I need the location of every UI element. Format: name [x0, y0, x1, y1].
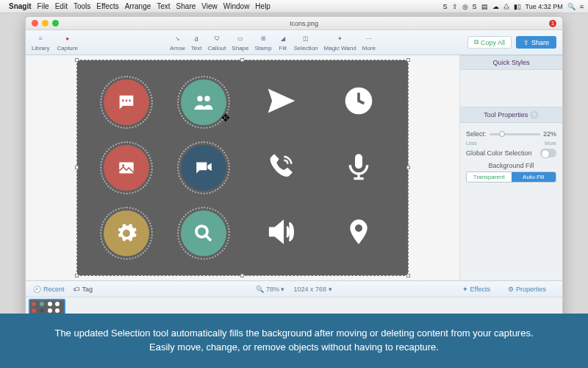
svg-point-1 — [125, 99, 127, 102]
svg-point-5 — [345, 87, 373, 114]
menu-arrange[interactable]: Arrange — [125, 2, 151, 10]
properties-button[interactable]: ⚙Properties — [508, 286, 546, 293]
menubar-tray: S ⇪ ◎ S ▤ ☁ ⧋ ▮▯ Tue 4:32 PM 🔍 ≡ — [443, 2, 584, 10]
fill-icon: ◢ — [278, 34, 288, 44]
svg-rect-6 — [119, 162, 134, 173]
seg-transparent[interactable]: Transparent — [467, 172, 512, 182]
tray-icon[interactable]: ◎ — [462, 3, 468, 10]
menu-text[interactable]: Text — [157, 2, 170, 10]
search-icon — [181, 210, 226, 256]
help-icon[interactable]: ? — [530, 110, 539, 119]
notifications-icon[interactable]: ≡ — [580, 3, 584, 10]
video-chat-icon — [181, 145, 226, 191]
svg-rect-8 — [355, 154, 362, 169]
resize-handle[interactable] — [406, 58, 410, 62]
resize-handle[interactable] — [240, 274, 244, 277]
close-window-button[interactable] — [32, 20, 38, 26]
global-color-toggle[interactable] — [540, 149, 556, 158]
editor-footer: 🕘Recent 🏷Tag 🔍 78% ▾ 1024 x 768 ▾ ✦Effec… — [26, 280, 562, 297]
seg-autofill[interactable]: Auto-Fill — [512, 172, 556, 182]
global-color-label: Global Color Selection — [466, 149, 532, 157]
tray-icon[interactable]: ⇪ — [452, 3, 458, 10]
svg-point-0 — [122, 99, 124, 102]
menu-edit[interactable]: Edit — [55, 2, 68, 10]
menu-help[interactable]: Help — [255, 2, 270, 10]
tag-button[interactable]: 🏷Tag — [74, 286, 93, 293]
recent-icon: 🕘 — [33, 286, 41, 293]
shape-icon: ▭ — [235, 34, 245, 44]
promo-banner: The updated Selection tool automatically… — [0, 314, 588, 368]
callout-icon: 🗨 — [212, 34, 222, 44]
menu-share[interactable]: Share — [176, 2, 196, 10]
maximize-window-button[interactable] — [52, 20, 59, 26]
canvas-area[interactable]: ✥ — [26, 55, 459, 280]
chat-icon — [104, 79, 149, 125]
resize-handle[interactable] — [406, 166, 410, 169]
notification-badge[interactable]: 1 — [549, 20, 556, 27]
tool-text[interactable]: aText — [191, 34, 202, 52]
text-icon: a — [191, 34, 201, 44]
tool-arrow[interactable]: ↘Arrow — [170, 34, 185, 52]
library-button[interactable]: ≡ Library — [32, 34, 49, 52]
battery-icon[interactable]: ▮▯ — [514, 3, 521, 10]
tool-magic-wand[interactable]: ✦Magic Wand — [324, 34, 356, 52]
effects-button[interactable]: ✦Effects — [462, 286, 490, 293]
stamp-icon: ⊞ — [258, 34, 268, 44]
canvas-image[interactable]: ✥ — [77, 60, 408, 275]
menu-file[interactable]: File — [37, 2, 49, 10]
menu-effects[interactable]: Effects — [96, 2, 118, 10]
copy-icon: ⧉ — [474, 38, 478, 46]
desktop: Icons.png 1 ≡ Library ● Capture ↘Arrow a… — [0, 13, 588, 368]
resize-handle[interactable] — [75, 166, 79, 169]
tray-icon[interactable]: S — [443, 3, 448, 10]
menu-view[interactable]: View — [201, 2, 218, 10]
tool-shape[interactable]: ▭Shape — [232, 34, 248, 52]
share-icon: ⇧ — [523, 39, 529, 46]
menubar-app-name[interactable]: Snagit — [9, 2, 32, 10]
banner-text: The updated Selection tool automatically… — [44, 327, 544, 355]
tool-fill[interactable]: ◢Fill — [278, 34, 288, 52]
image-icon — [104, 145, 149, 191]
users-icon — [181, 79, 226, 125]
share-button[interactable]: ⇧Share — [516, 36, 556, 49]
capture-button[interactable]: ● Capture — [57, 34, 77, 52]
bg-fill-segmented[interactable]: Transparent Auto-Fill — [466, 171, 556, 183]
arrow-icon: ↘ — [172, 34, 182, 44]
copy-all-button[interactable]: ⧉Copy All — [467, 36, 512, 49]
tool-selection[interactable]: ◫Selection — [294, 34, 318, 52]
effects-icon: ✦ — [462, 286, 468, 293]
tool-more[interactable]: ⋯More — [362, 34, 376, 52]
properties-sidebar: Quick Styles Tool Properties ? Select: 2… — [459, 55, 562, 280]
menu-window[interactable]: Window — [223, 2, 250, 10]
capture-label: Capture — [57, 45, 77, 52]
location-icon — [344, 217, 373, 250]
main-toolbar: ≡ Library ● Capture ↘Arrow aText 🗨Callou… — [26, 30, 562, 55]
spotlight-icon[interactable]: 🔍 — [567, 3, 576, 10]
tray-icon[interactable]: S — [473, 3, 477, 10]
quick-styles-header[interactable]: Quick Styles — [460, 55, 562, 70]
tool-callout[interactable]: 🗨Callout — [207, 34, 226, 52]
recent-button[interactable]: 🕘Recent — [33, 286, 65, 293]
zoom-control[interactable]: 🔍 78% ▾ — [256, 286, 284, 293]
resize-handle[interactable] — [75, 58, 79, 62]
select-slider[interactable] — [490, 133, 540, 135]
minimize-window-button[interactable] — [42, 20, 49, 26]
wifi-icon[interactable]: ⧋ — [503, 2, 509, 10]
traffic-lights[interactable] — [32, 20, 59, 26]
resize-handle[interactable] — [240, 58, 244, 62]
more-icon: ⋯ — [364, 34, 374, 44]
menubar-clock[interactable]: Tue 4:32 PM — [526, 3, 563, 10]
send-icon — [265, 85, 298, 120]
tool-stamp[interactable]: ⊞Stamp — [255, 34, 272, 52]
window-title: Icons.png — [59, 20, 549, 27]
tray-icon[interactable]: ☁ — [492, 3, 499, 10]
select-label: Select: — [466, 130, 487, 138]
selection-cursor-icon: ✥ — [221, 112, 230, 124]
menu-tools[interactable]: Tools — [74, 2, 90, 10]
resize-handle[interactable] — [406, 274, 410, 277]
mic-icon — [344, 152, 373, 184]
phone-icon — [267, 152, 296, 184]
resize-handle[interactable] — [75, 274, 79, 277]
dimensions-display[interactable]: 1024 x 768 ▾ — [293, 286, 331, 293]
tray-icon[interactable]: ▤ — [481, 3, 488, 10]
